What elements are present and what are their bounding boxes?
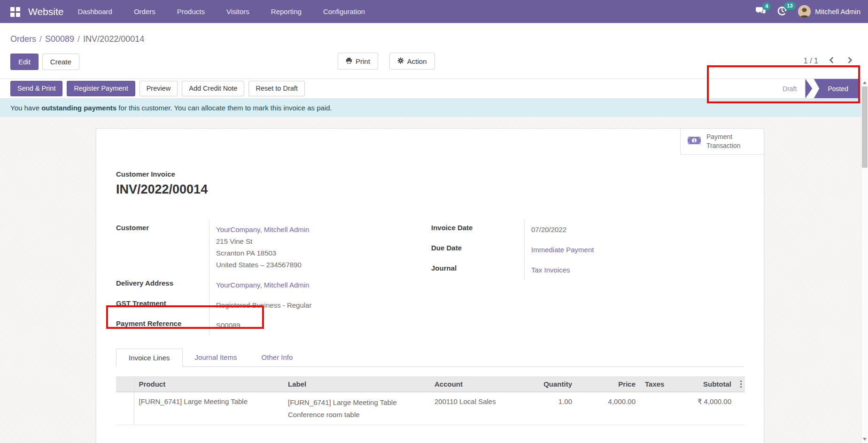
breadcrumb-separator: /	[78, 34, 80, 44]
action-label: Action	[407, 58, 427, 65]
control-panel: Orders/S00089/INV/2022/00014 Edit Create…	[0, 23, 868, 78]
user-name: Mitchell Admin	[815, 8, 860, 16]
menu-orders[interactable]: Orders	[134, 8, 155, 16]
reset-to-draft-button[interactable]: Reset to Draft	[248, 81, 304, 96]
due-date-link[interactable]: Immediate Payment	[531, 246, 594, 254]
register-payment-button[interactable]: Register Payment	[67, 81, 135, 96]
due-date-label: Due Date	[431, 240, 524, 260]
header-options	[736, 376, 745, 392]
cell-product: [FURN_6741] Large Meeting Table	[134, 392, 283, 425]
payment-transaction-button[interactable]: 1 Payment Transaction	[680, 129, 764, 155]
header-product[interactable]: Product	[134, 376, 283, 392]
edit-button[interactable]: Edit	[10, 54, 39, 70]
delivery-address-label: Delivery Address	[116, 275, 209, 295]
top-navbar: Website Dashboard Orders Products Visito…	[0, 0, 868, 23]
scrollbar-thumb[interactable]	[862, 86, 868, 168]
menu-dashboard[interactable]: Dashboard	[78, 8, 112, 16]
header-account[interactable]: Account	[430, 376, 513, 392]
scrollbar-down-arrow-icon[interactable]	[863, 438, 867, 441]
header-subtotal[interactable]: Subtotal	[673, 376, 736, 392]
fields-group: Customer YourCompany, Mitchell Admin 215…	[116, 219, 744, 335]
status-stages: Draft Posted	[783, 79, 868, 99]
field-invoice-date: Invoice Date 07/20/2022	[431, 219, 744, 240]
user-avatar	[798, 5, 811, 18]
printer-icon	[346, 57, 352, 65]
stage-draft[interactable]: Draft	[783, 85, 797, 93]
vertical-scrollbar[interactable]	[861, 78, 868, 443]
table-header-row: Product Label Account Quantity Price Tax…	[116, 376, 745, 392]
customer-address-line: 215 Vine St	[216, 235, 407, 247]
add-credit-note-button[interactable]: Add Credit Note	[182, 81, 244, 96]
invoice-number-title: INV/2022/00014	[116, 182, 744, 197]
cell-price: 4,000.00	[577, 392, 640, 425]
cell-subtotal: ₹ 4,000.00	[673, 392, 736, 425]
activities-button[interactable]: 13	[777, 6, 787, 17]
apps-grid-icon[interactable]	[10, 7, 20, 16]
gst-treatment-label: GST Treatment	[116, 295, 209, 315]
banner-text: You have outstanding payments for this c…	[10, 104, 332, 112]
breadcrumb-orders[interactable]: Orders	[10, 34, 36, 44]
invoice-date-label: Invoice Date	[431, 219, 524, 240]
messages-button[interactable]: 4	[756, 7, 766, 17]
table-row[interactable]: [FURN_6741] Large Meeting Table [FURN_67…	[116, 392, 745, 425]
delivery-address-link[interactable]: YourCompany, Mitchell Admin	[216, 281, 309, 289]
customer-link[interactable]: YourCompany, Mitchell Admin	[216, 225, 309, 233]
svg-text:1: 1	[693, 138, 696, 143]
journal-label: Journal	[431, 260, 524, 280]
breadcrumb-order-ref[interactable]: S00089	[45, 34, 74, 44]
notebook-tabs: Invoice Lines Journal Items Other Info	[116, 349, 744, 367]
invoice-date-value: 07/20/2022	[524, 219, 744, 240]
cell-options	[736, 392, 745, 425]
pager-next-button[interactable]	[845, 56, 854, 66]
fields-left-column: Customer YourCompany, Mitchell Admin 215…	[116, 219, 407, 335]
customer-label: Customer	[116, 219, 209, 275]
pager-previous-button[interactable]	[828, 56, 836, 66]
journal-value: Tax Invoices	[524, 260, 744, 280]
print-label: Print	[356, 58, 370, 65]
action-button[interactable]: Action	[389, 53, 435, 70]
fields-right-column: Invoice Date 07/20/2022 Due Date Immedia…	[431, 219, 744, 335]
header-quantity[interactable]: Quantity	[513, 376, 577, 392]
navbar-right: 4 13 Mitchell Admin	[756, 5, 860, 18]
header-handle	[116, 376, 134, 392]
header-taxes[interactable]: Taxes	[640, 376, 673, 392]
field-delivery-address: Delivery Address YourCompany, Mitchell A…	[116, 275, 407, 295]
menu-products[interactable]: Products	[177, 8, 205, 16]
cell-taxes	[640, 392, 673, 425]
create-button[interactable]: Create	[42, 54, 79, 70]
messages-badge: 4	[762, 2, 771, 10]
scrollbar-up-arrow-icon[interactable]	[863, 81, 867, 84]
stage-posted-active[interactable]: Posted	[814, 79, 859, 99]
edit-create-group: Edit Create	[10, 54, 79, 70]
chevron-left-icon	[829, 57, 835, 65]
header-price[interactable]: Price	[577, 376, 640, 392]
breadcrumb-separator: /	[39, 34, 42, 44]
journal-link[interactable]: Tax Invoices	[531, 266, 570, 274]
field-payment-reference: Payment Reference S00089	[116, 315, 407, 335]
customer-address-line: United States – 234567890	[216, 259, 407, 271]
gst-treatment-value: Registered Business - Regular	[209, 295, 407, 315]
menu-reporting[interactable]: Reporting	[271, 8, 302, 16]
tab-invoice-lines[interactable]: Invoice Lines	[116, 349, 183, 367]
field-customer: Customer YourCompany, Mitchell Admin 215…	[116, 219, 407, 275]
money-bill-icon: 1	[687, 136, 701, 147]
send-and-print-button[interactable]: Send & Print	[10, 81, 62, 96]
main-menu: Dashboard Orders Products Visitors Repor…	[78, 8, 365, 16]
due-date-value: Immediate Payment	[524, 240, 744, 260]
app-brand[interactable]: Website	[28, 6, 63, 17]
tab-journal-items[interactable]: Journal Items	[183, 349, 249, 366]
menu-configuration[interactable]: Configuration	[323, 8, 365, 16]
outstanding-payments-banner: You have outstanding payments for this c…	[0, 98, 868, 117]
header-label[interactable]: Label	[283, 376, 430, 392]
field-due-date: Due Date Immediate Payment	[431, 240, 744, 260]
breadcrumb: Orders/S00089/INV/2022/00014	[10, 34, 144, 44]
statusbar-buttons: Send & Print Register Payment Preview Ad…	[10, 81, 305, 96]
tab-other-info[interactable]: Other Info	[249, 349, 305, 366]
cell-account: 200110 Local Sales	[430, 392, 513, 425]
user-menu[interactable]: Mitchell Admin	[798, 5, 860, 18]
print-button[interactable]: Print	[338, 53, 378, 70]
breadcrumb-current: INV/2022/00014	[83, 34, 144, 44]
menu-visitors[interactable]: Visitors	[226, 8, 249, 16]
pager-count: 1 / 1	[804, 57, 818, 65]
preview-button[interactable]: Preview	[140, 81, 178, 96]
